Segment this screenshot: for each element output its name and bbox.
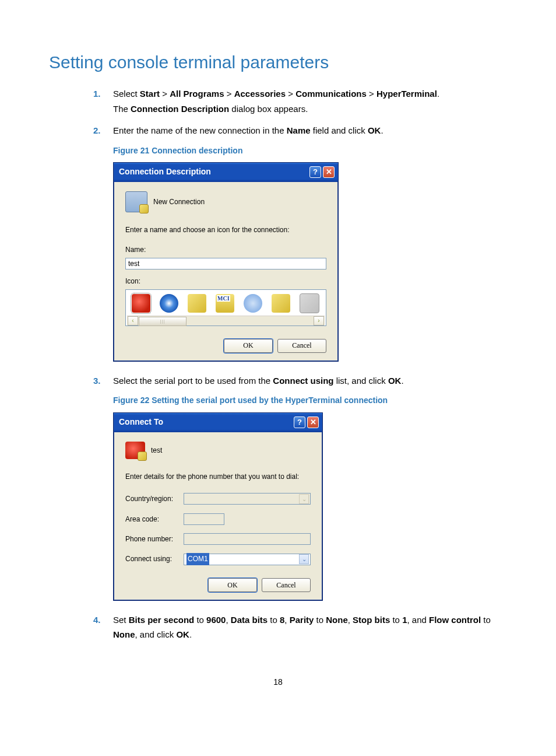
dialog1-titlebar: Connection Description ? ✕ [114,163,338,182]
scroll-right-icon[interactable]: › [314,316,324,326]
chevron-down-icon: ⌄ [299,554,309,564]
close-icon[interactable]: ✕ [323,166,335,178]
step-3: 3. Select the serial port to be used fro… [113,373,507,601]
modem-icon[interactable] [188,294,206,313]
globe-icon[interactable] [160,294,178,313]
step-1-line1: Select Start > All Programs > Accessorie… [113,89,439,99]
ok-button[interactable]: OK [208,578,257,592]
phone-icon[interactable] [132,294,150,313]
step-4-text: Set Bits per second to 9600, Data bits t… [113,615,491,640]
dialog1-prompt: Enter a name and choose an icon for the … [125,224,326,236]
area-code-label: Area code: [125,513,179,525]
figure-22-caption: Figure 22 Setting the serial port used b… [113,394,507,408]
step-2-num: 2. [93,123,101,138]
section-heading: Setting console terminal parameters [49,52,507,72]
country-label: Country/region: [125,493,179,505]
page-number: 18 [49,677,507,687]
phone-number-label: Phone number: [125,533,179,545]
telephone-icon[interactable] [300,293,319,313]
connection-description-dialog: Connection Description ? ✕ New Connectio… [113,162,339,361]
mci-icon[interactable] [216,294,234,313]
step-3-num: 3. [93,373,101,388]
help-icon[interactable]: ? [294,416,305,428]
step-2: 2. Enter the name of the new connection … [113,123,507,362]
scroll-thumb[interactable]: ||| [139,317,186,326]
dialog2-subtitle: test [151,444,162,456]
scroll-left-icon[interactable]: ‹ [128,316,138,326]
icon-label: Icon: [125,275,326,287]
help-icon[interactable]: ? [309,166,321,178]
dialog2-title: Connect To [119,415,294,429]
connect-using-value: COM1 [186,553,209,565]
phone-icon [125,442,145,459]
cancel-button[interactable]: Cancel [262,578,311,592]
ok-button[interactable]: OK [224,339,273,353]
icon-picker[interactable]: ‹ ||| › [125,289,326,326]
name-label: Name: [125,244,326,256]
icon-scrollbar[interactable]: ‹ ||| › [127,316,325,326]
connect-using-label: Connect using: [125,553,179,565]
step-4: 4. Set Bits per second to 9600, Data bit… [113,612,507,642]
pages-icon[interactable] [272,294,290,313]
step-1-num: 1. [93,86,101,102]
att-icon[interactable] [244,294,262,313]
cancel-button[interactable]: Cancel [277,339,326,353]
dialog1-title: Connection Description [119,165,309,179]
phone-number-input[interactable] [184,533,311,545]
step-4-num: 4. [93,612,101,628]
country-select[interactable]: ⌄ [184,493,311,505]
dialog2-prompt: Enter details for the phone number that … [125,471,311,482]
close-icon[interactable]: ✕ [307,416,319,428]
step-1: 1. Select Start > All Programs > Accesso… [113,86,507,116]
connect-using-select[interactable]: COM1 ⌄ [184,554,311,565]
name-input[interactable] [125,258,326,270]
connect-to-dialog: Connect To ? ✕ test Enter details for th… [113,412,323,601]
dialog1-subtitle: New Connection [153,196,205,208]
dialog2-titlebar: Connect To ? ✕ [114,413,322,432]
figure-21-caption: Figure 21 Connection description [113,144,507,158]
step-1-line2: The Connection Description dialog box ap… [113,104,308,114]
monitor-icon [125,191,147,212]
chevron-down-icon: ⌄ [299,494,309,504]
area-code-input[interactable] [184,513,224,525]
